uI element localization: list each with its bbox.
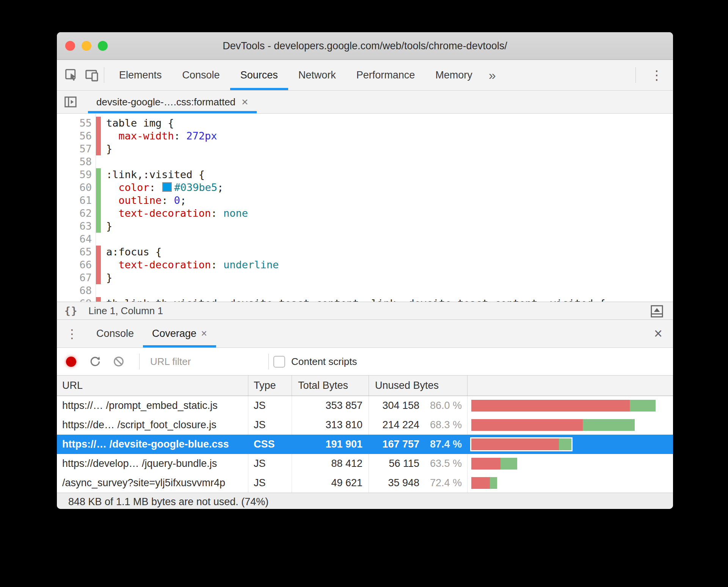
coverage-gutter-red (96, 271, 101, 284)
show-navigator-icon[interactable] (63, 94, 78, 110)
coverage-summary: 848 KB of 1.1 MB bytes are not used. (74… (57, 493, 673, 509)
code-editor[interactable]: 5455table img {56 max-width: 272px57}585… (57, 114, 673, 302)
reload-icon[interactable] (88, 354, 103, 369)
token-sel: table img { (106, 117, 174, 129)
code-text[interactable] (101, 155, 106, 168)
pretty-print-icon[interactable]: {} (64, 305, 78, 316)
line-number[interactable]: 57 (57, 142, 96, 155)
more-tabs-chevron-icon[interactable]: » (483, 60, 502, 90)
line-number[interactable]: 58 (57, 155, 96, 168)
column-header-type[interactable]: Type (248, 376, 292, 396)
line-number[interactable]: 62 (57, 207, 96, 220)
line-number[interactable]: 54 (57, 114, 96, 117)
line-number[interactable]: 67 (57, 271, 96, 284)
code-text[interactable]: outline: 0; (101, 194, 186, 207)
unused-percent: 68.3 % (419, 415, 467, 435)
record-coverage-button[interactable] (66, 357, 76, 367)
drawer-tab-coverage[interactable]: Coverage × (143, 320, 216, 348)
close-window-button[interactable] (65, 41, 75, 51)
token-prop: max-width (119, 130, 174, 142)
code-text[interactable]: color: #039be5; (101, 181, 223, 194)
cell-type: JS (248, 396, 292, 415)
close-file-tab-icon[interactable]: × (242, 96, 248, 108)
code-text[interactable]: text-decoration: underline (101, 258, 279, 271)
line-number[interactable]: 68 (57, 284, 96, 297)
coverage-toolbar: Content scripts (57, 348, 673, 376)
coverage-row[interactable]: https://… /prompt_embed_static.jsJS353 8… (57, 396, 673, 415)
code-text[interactable] (101, 233, 106, 246)
code-text[interactable]: th:link,th:visited, devsite-toast-conten… (101, 297, 606, 302)
coverage-row[interactable]: https://develop… /jquery-bundle.jsJS88 4… (57, 454, 673, 473)
unused-percent: 63.5 % (419, 454, 467, 473)
line-number[interactable]: 64 (57, 233, 96, 246)
line-number[interactable]: 63 (57, 220, 96, 233)
line-number[interactable]: 60 (57, 181, 96, 194)
cell-url: https://… /devsite-google-blue.css (57, 435, 248, 454)
main-toolbar: ElementsConsoleSourcesNetworkPerformance… (57, 60, 673, 91)
code-text[interactable] (101, 114, 106, 117)
line-number[interactable]: 66 (57, 258, 96, 271)
cell-unused-bytes: 56 11563.5 % (369, 454, 468, 473)
zoom-window-button[interactable] (98, 41, 108, 51)
clear-icon[interactable] (111, 354, 126, 369)
code-text[interactable]: } (101, 142, 112, 155)
coverage-row[interactable]: /async_survey?site=ylj5ifxusvvmr4pJS49 6… (57, 473, 673, 493)
column-header-bars (468, 376, 673, 396)
line-number[interactable]: 59 (57, 168, 96, 181)
token-plain: : (211, 259, 223, 271)
code-text[interactable] (101, 284, 106, 297)
column-header-total-bytes[interactable]: Total Bytes (292, 376, 369, 396)
line-number[interactable]: 61 (57, 194, 96, 207)
code-text[interactable]: text-decoration: none (101, 207, 248, 220)
devtools-menu-icon[interactable]: ⋮ (640, 60, 673, 90)
line-number[interactable]: 65 (57, 246, 96, 258)
drawer-tab-coverage-label: Coverage (152, 328, 196, 340)
code-line: 65a:focus { (57, 246, 673, 258)
code-text[interactable]: } (101, 271, 112, 284)
content-scripts-checkbox[interactable] (273, 356, 285, 368)
code-line: 57} (57, 142, 673, 155)
url-filter-input[interactable] (144, 356, 264, 368)
close-drawer-icon[interactable]: × (643, 320, 673, 348)
line-number[interactable]: 55 (57, 117, 96, 130)
tab-sources[interactable]: Sources (230, 60, 288, 90)
column-header-url[interactable]: URL (57, 376, 248, 396)
tab-performance[interactable]: Performance (346, 60, 425, 90)
code-text[interactable]: max-width: 272px (101, 130, 217, 142)
used-bar-segment (490, 477, 497, 489)
code-text[interactable]: } (101, 220, 112, 233)
color-swatch[interactable] (162, 182, 172, 192)
cell-total-bytes: 313 810 (292, 415, 369, 435)
drawer-menu-icon[interactable]: ⋮ (57, 320, 87, 348)
coverage-gutter-none (96, 114, 101, 117)
tab-memory[interactable]: Memory (425, 60, 483, 90)
coverage-row[interactable]: https://… /devsite-google-blue.cssCSS191… (57, 435, 673, 454)
code-text[interactable]: a:focus { (101, 246, 162, 258)
device-toolbar-icon[interactable] (84, 67, 99, 83)
tab-network[interactable]: Network (288, 60, 346, 90)
file-tab-devsite-css[interactable]: devsite-google-….css:formatted × (88, 91, 257, 113)
tab-console[interactable]: Console (172, 60, 230, 90)
cell-usage-bar (468, 415, 673, 435)
coverage-row[interactable]: https://de… /script_foot_closure.jsJS313… (57, 415, 673, 435)
close-coverage-tab-icon[interactable]: × (201, 329, 207, 339)
token-plain: : (162, 194, 174, 206)
line-number[interactable]: 69 (57, 297, 96, 302)
tab-elements[interactable]: Elements (109, 60, 172, 90)
code-text[interactable]: table img { (101, 117, 174, 130)
cell-total-bytes: 191 901 (292, 435, 369, 454)
code-line: 55table img { (57, 117, 673, 130)
line-number[interactable]: 56 (57, 130, 96, 142)
cell-usage-bar (468, 396, 673, 415)
toolbar-separator (104, 67, 104, 83)
drawer-tab-console[interactable]: Console (87, 320, 143, 348)
token-sel: a:focus { (106, 246, 162, 258)
expand-panel-icon[interactable] (650, 304, 664, 318)
inspect-element-icon[interactable] (64, 67, 79, 83)
code-text[interactable]: :link,:visited { (101, 168, 205, 181)
drawer-tab-console-label: Console (96, 328, 134, 340)
cell-url: https://… /prompt_embed_static.js (57, 396, 248, 415)
minimize-window-button[interactable] (82, 41, 91, 51)
column-header-unused-bytes[interactable]: Unused Bytes (369, 376, 468, 396)
unused-bar-segment (471, 477, 490, 489)
